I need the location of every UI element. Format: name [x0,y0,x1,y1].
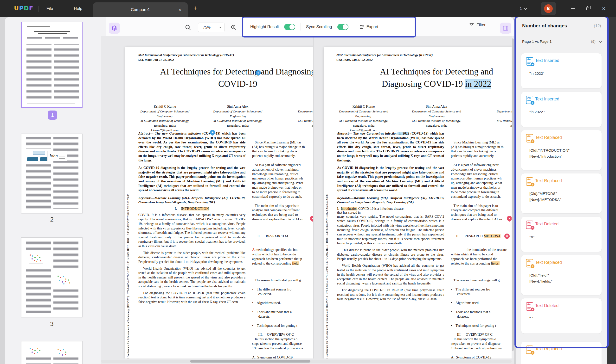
title-bar: UPDF File Help Compare1 ✕ + 1 B ✕ [0,0,616,17]
signature-details [59,153,65,159]
zoom-out-button[interactable] [185,24,191,30]
change-card-text-replaced[interactable]: Aa∕ Text Replaced [Old]:"field." [New]:"… [521,255,602,295]
text-replaced-icon: Aa∕ [526,346,533,354]
close-button[interactable]: ✕ [598,0,609,17]
minimize-button[interactable] [567,0,578,17]
text-deleted-icon: Aa✕ [526,221,533,229]
replaced-highlight: field. [292,261,299,265]
filter-label: Filter [476,23,486,27]
flowchart-box [27,157,38,161]
thumb-footer-line [27,104,75,104]
changes-panel-title: Number of changes [522,23,567,29]
thumb-text-lines [26,356,51,364]
thumb-text-lines [27,44,52,101]
change-value: "A" [529,234,534,240]
left-column: Abstract— The new Coronavirus infection … [138,131,245,306]
tab-label: Compare1 [131,7,150,12]
change-card-text-replaced[interactable]: Aa∕ Text Replaced [521,342,602,364]
conference-header: 2022 International Conference for Advanc… [138,53,234,62]
insert-change-pin[interactable]: + [210,130,215,135]
thumb-text-lines [27,26,50,27]
changes-panel: Number of changes (12) Page 1 vs Page 1 … [516,17,607,364]
menu-help[interactable]: Help [74,0,82,17]
layers-icon [111,25,117,31]
author-block: Sini Anna Alex Department of Computer Sc… [396,104,477,128]
thumbnail-page-1[interactable] [21,22,83,108]
thumb-author-block [45,37,60,41]
right-column: Since Machine Learning (ML) ar (AI) has … [451,131,512,358]
section-2-heading: II. RESEARCH METODSA [451,234,512,239]
section-1-heading: I. INTRODUCTION [138,207,245,211]
highlight-result-label: Highlight Result [250,25,279,29]
thumb-text-lines [26,268,51,313]
change-card-text-deleted[interactable]: Aa✕ Text Deleted " " [521,299,602,334]
scatter-plot [30,254,31,256]
compare-options-group: Highlight Result Sync Scrolling Export [243,18,414,36]
thumb-text-lines [54,44,79,101]
thumb-text-lines [53,289,78,313]
flowchart-connector [39,155,39,157]
account-button[interactable]: B [541,2,556,15]
zoom-in-icon [231,24,237,30]
caret-down-icon [219,27,222,28]
thumbnail-page-3[interactable] [21,237,83,317]
insert-change-pin[interactable]: + [255,70,261,76]
change-card-text-deleted[interactable]: Aa✕ Text Deleted "A" [521,217,602,252]
new-document-pane[interactable]: 2022 International Conference for Advanc… [314,36,512,358]
logo-letter: U [14,5,19,12]
sync-scrolling-toggle[interactable] [337,24,349,30]
change-card-text-replaced[interactable]: Aa∕ Text Replaced [Old]:"INTRODUCTION" [… [521,130,602,170]
delete-change-pin[interactable]: ✕ [507,216,512,221]
page-1-number: 1 [51,112,54,118]
zoom-level-select[interactable]: 75% [198,23,225,32]
menu-file[interactable]: File [46,0,53,17]
tab-compare1[interactable]: Compare1 ✕ [93,2,188,17]
logo-letter: P [19,5,24,12]
change-card-text-replaced[interactable]: Aa∕ Text Replaced [Old]:"METODS" [New]:"… [521,173,602,213]
thumbnail-page-2[interactable]: John [21,134,83,213]
zoom-in-button[interactable] [231,24,237,30]
updf-logo[interactable]: UPDF [14,5,33,12]
wrapped-line: that has spread in [337,211,444,215]
paper-title: AI Techniques for Detecting and Diagnosi… [314,65,512,90]
delete-change-pin[interactable]: ✕ [504,234,510,239]
horizontal-scrollbar-thumb[interactable] [190,360,310,363]
vertical-scrollbar-thumb[interactable] [512,39,514,351]
changes-panel-toggle[interactable] [500,23,511,34]
change-card-text-inserted[interactable]: Aa+ Text Inserted "in 2022 " [521,92,602,127]
close-icon: ✕ [602,6,605,11]
change-card-text-inserted[interactable]: Aa+ Text Inserted "in 2022" [521,53,602,88]
page-count-dropdown[interactable]: 1 [520,0,526,17]
export-label: Export [366,25,378,29]
replaced-highlight: Introduction [341,207,357,210]
left-column: Abstract— The new Coronavirus infection … [337,131,444,304]
group-count: (9) [591,39,596,44]
page-compare-group[interactable]: Page 1 vs Page 1 (9) [522,38,601,45]
thumb-author-block [63,37,78,41]
old-document-pane[interactable]: 2022 International Conference for Advanc… [101,36,313,358]
window-edge-strip [607,0,616,364]
scatter-plot [57,276,59,277]
tab-close-icon[interactable]: ✕ [178,7,182,12]
restore-button[interactable] [582,0,593,17]
zoom-out-icon [185,24,191,30]
filter-button[interactable]: Filter [469,23,486,27]
pages-panel-button[interactable] [109,23,120,34]
thumbnail-page-4[interactable] [21,341,83,364]
export-button[interactable]: Export [359,25,378,29]
side-panel-icon [503,25,509,31]
thumb-text-lines [26,164,51,209]
text-inserted-icon: Aa+ [526,96,533,104]
logo-letter: F [29,5,33,12]
page-1-badge[interactable]: 1 [48,111,57,120]
new-tab-button[interactable]: + [194,4,197,12]
deleted-text-marker: A [252,248,255,252]
change-type-label: Text Replaced [535,260,562,265]
highlight-result-toggle[interactable] [284,24,295,30]
right-column: Since Machine Learning (ML) ar (AI) has … [252,131,313,358]
change-value: "in 2022" [529,71,544,77]
thumb-text-lines [53,241,78,270]
horizontal-scrollbar[interactable] [101,360,512,363]
logo-letter: D [24,5,29,12]
zoom-level-value: 75% [203,25,210,29]
